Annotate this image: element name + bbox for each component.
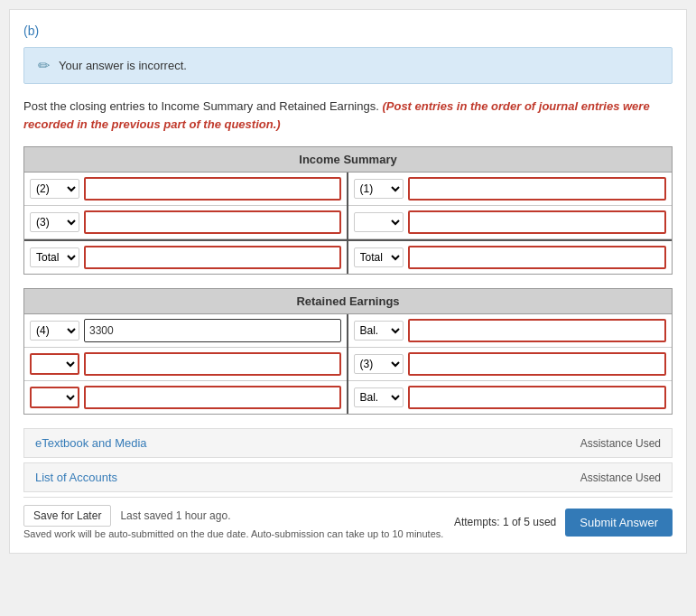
- alert-box: ✏ Your answer is incorrect.: [23, 47, 673, 84]
- bottom-left-top: Save for Later Last saved 1 hour ago.: [23, 505, 443, 527]
- retained-right-select-1[interactable]: Bal.(1)(2)(3)(4)Total: [354, 321, 404, 341]
- income-right-select-2[interactable]: (1)(2)(3)(4)TotalBal.: [354, 212, 404, 232]
- retained-earnings-right-col: Bal.(1)(2)(3)(4)Total (3)(1)(2)(4)TotalB…: [348, 314, 673, 414]
- table-row-total: Total(1)(2)(3)(4)Bal.: [348, 239, 673, 274]
- table-row: (1)(2)(3)(4)TotalBal.: [348, 206, 673, 239]
- income-left-select-3[interactable]: Total(1)(2)(3)(4)Bal.: [30, 247, 79, 267]
- income-summary-header: Income Summary: [24, 147, 672, 173]
- retained-earnings-left-col: (4)(1)(2)(3)TotalBal. (1)(2)(3)(4)TotalB…: [24, 314, 348, 414]
- instructions-main: Post the closing entries to Income Summa…: [23, 99, 379, 113]
- income-summary-left-col: (2)(1)(3)(4)TotalBal. (3)(1)(2)(4)TotalB…: [24, 173, 348, 274]
- last-saved-text: Last saved 1 hour ago.: [120, 509, 230, 522]
- retained-earnings-body: (4)(1)(2)(3)TotalBal. (1)(2)(3)(4)TotalB…: [24, 314, 672, 414]
- list-accounts-bar: List of Accounts Assistance Used: [23, 462, 673, 492]
- retained-earnings-table: Retained Earnings (4)(1)(2)(3)TotalBal. …: [23, 288, 673, 415]
- retained-left-select-1[interactable]: (4)(1)(2)(3)TotalBal.: [30, 321, 79, 341]
- retained-left-input-3[interactable]: [84, 386, 341, 409]
- table-row: (4)(1)(2)(3)TotalBal.: [24, 314, 347, 348]
- retained-right-input-1[interactable]: [408, 319, 667, 342]
- income-left-input-1[interactable]: [84, 177, 341, 201]
- save-later-button[interactable]: Save for Later: [23, 505, 111, 527]
- list-accounts-assistance: Assistance Used: [580, 471, 661, 484]
- list-accounts-link[interactable]: List of Accounts: [35, 471, 117, 484]
- submit-answer-button[interactable]: Submit Answer: [565, 509, 673, 537]
- part-label: (b): [23, 23, 673, 38]
- income-summary-body: (2)(1)(3)(4)TotalBal. (3)(1)(2)(4)TotalB…: [24, 173, 672, 274]
- bottom-left: Save for Later Last saved 1 hour ago. Sa…: [23, 505, 443, 539]
- income-left-input-3[interactable]: [84, 246, 341, 269]
- table-row: (2)(1)(3)(4)TotalBal.: [24, 173, 347, 206]
- income-left-select-1[interactable]: (2)(1)(3)(4)TotalBal.: [30, 179, 79, 199]
- instructions: Post the closing entries to Income Summa…: [23, 98, 673, 133]
- retained-right-input-2[interactable]: [408, 352, 667, 376]
- income-left-input-2[interactable]: [84, 210, 341, 234]
- table-row: (1)(2)(3)(4)TotalBal.: [24, 381, 347, 414]
- retained-earnings-header: Retained Earnings: [24, 289, 672, 314]
- table-row: (1)(2)(3)(4)TotalBal.: [24, 348, 347, 381]
- retained-right-input-3[interactable]: [408, 386, 667, 409]
- retained-left-select-2[interactable]: (1)(2)(3)(4)TotalBal.: [30, 353, 79, 375]
- income-right-select-1[interactable]: (1)(2)(3)(4)TotalBal.: [354, 179, 404, 199]
- retained-left-select-3[interactable]: (1)(2)(3)(4)TotalBal.: [30, 387, 79, 408]
- etextbook-assistance: Assistance Used: [580, 437, 661, 450]
- income-right-input-3[interactable]: [408, 246, 667, 269]
- bottom-bar: Save for Later Last saved 1 hour ago. Sa…: [23, 497, 673, 539]
- income-right-select-3[interactable]: Total(1)(2)(3)(4)Bal.: [354, 247, 404, 267]
- table-row: (3)(1)(2)(4)TotalBal.: [24, 206, 347, 239]
- page-wrapper: (b) ✏ Your answer is incorrect. Post the…: [9, 9, 687, 554]
- retained-left-input-1[interactable]: [84, 319, 341, 342]
- table-row: Bal.(1)(2)(3)(4)Total: [348, 381, 673, 414]
- income-summary-right-col: (1)(2)(3)(4)TotalBal. (1)(2)(3)(4)TotalB…: [348, 173, 673, 274]
- retained-left-input-2[interactable]: [84, 352, 341, 376]
- table-row-total: Total(1)(2)(3)(4)Bal.: [24, 239, 347, 274]
- table-row: (1)(2)(3)(4)TotalBal.: [348, 173, 673, 206]
- income-right-input-2[interactable]: [408, 210, 667, 234]
- table-row: Bal.(1)(2)(3)(4)Total: [348, 314, 673, 348]
- pencil-icon: ✏: [38, 57, 50, 74]
- etextbook-bar: eTextbook and Media Assistance Used: [23, 428, 673, 458]
- etextbook-link[interactable]: eTextbook and Media: [35, 436, 147, 450]
- income-left-select-2[interactable]: (3)(1)(2)(4)TotalBal.: [30, 212, 79, 232]
- income-right-input-1[interactable]: [408, 177, 667, 201]
- attempts-text: Attempts: 1 of 5 used: [454, 516, 556, 528]
- retained-right-select-3[interactable]: Bal.(1)(2)(3)(4)Total: [354, 387, 404, 407]
- auto-submit-text: Saved work will be auto-submitted on the…: [23, 528, 443, 539]
- income-summary-table: Income Summary (2)(1)(3)(4)TotalBal. (3)…: [23, 146, 673, 275]
- retained-right-select-2[interactable]: (3)(1)(2)(4)TotalBal.: [354, 354, 404, 374]
- bottom-right: Attempts: 1 of 5 used Submit Answer: [454, 509, 673, 537]
- alert-message: Your answer is incorrect.: [59, 59, 187, 72]
- table-row: (3)(1)(2)(4)TotalBal.: [348, 348, 673, 381]
